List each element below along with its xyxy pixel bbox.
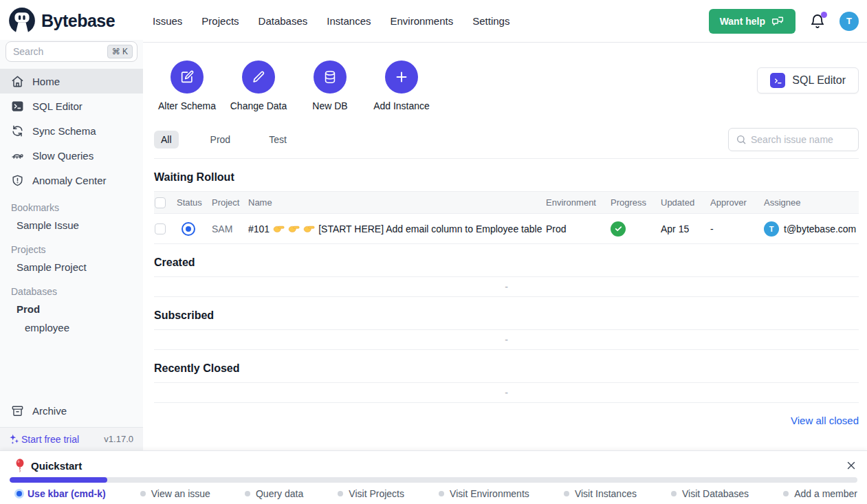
tab-prod[interactable]: Prod <box>204 131 238 149</box>
quickstart-bar: Quickstart Use kbar (cmd-k) View an issu… <box>0 450 867 504</box>
column-status: Status <box>177 197 212 208</box>
quickstart-step-use-kbar[interactable]: Use kbar (cmd-k) <box>17 488 106 499</box>
env-tabs: All Prod Test <box>154 131 294 149</box>
pointing-right-emoji <box>288 224 300 234</box>
pencil-icon <box>242 61 275 94</box>
quick-actions: Alter Schema Change Data New DB <box>154 61 435 111</box>
quickstart-step-visit-instances[interactable]: Visit Instances <box>564 488 637 499</box>
sidebar: Bytebase ⌘ K Home SQL Editor <box>0 0 143 450</box>
step-label: Visit Instances <box>575 488 637 499</box>
database-env-prod[interactable]: Prod <box>0 300 143 318</box>
database-employee[interactable]: employee <box>0 318 143 337</box>
step-dot <box>245 491 250 496</box>
sidebar-item-label: Slow Queries <box>32 150 94 162</box>
bookmarks-section-title: Bookmarks <box>0 193 143 216</box>
sidebar-item-sql-editor[interactable]: SQL Editor <box>0 94 143 118</box>
new-db-button[interactable]: New DB <box>297 61 363 111</box>
nav-instances[interactable]: Instances <box>327 15 371 27</box>
filter-row: All Prod Test <box>154 128 859 159</box>
step-dot <box>564 491 569 496</box>
sidebar-search[interactable]: ⌘ K <box>6 41 138 62</box>
nav-settings[interactable]: Settings <box>472 15 509 27</box>
nav-issues[interactable]: Issues <box>153 15 182 27</box>
issue-environment: Prod <box>546 223 611 234</box>
quickstart-step-visit-environments[interactable]: Visit Environments <box>439 488 529 499</box>
issue-row[interactable]: SAM #101 [START HERE] Add email column t… <box>154 214 859 244</box>
row-checkbox[interactable] <box>155 223 166 234</box>
step-label: Visit Environments <box>450 488 529 499</box>
quickstart-step-view-issue[interactable]: View an issue <box>140 488 210 499</box>
sidebar-item-home[interactable]: Home <box>0 69 143 94</box>
issue-assignee: T t@bytebase.com <box>764 221 859 237</box>
bookmark-sample-issue[interactable]: Sample Issue <box>0 216 143 234</box>
issue-search-input[interactable] <box>751 134 851 145</box>
sidebar-item-anomaly-center[interactable]: Anomaly Center <box>0 168 143 193</box>
want-help-label: Want help <box>720 16 765 27</box>
shield-alert-icon <box>11 174 24 187</box>
pointing-right-emoji <box>273 224 285 234</box>
nav-projects[interactable]: Projects <box>201 15 239 27</box>
turtle-icon <box>11 149 24 162</box>
select-all-checkbox[interactable] <box>155 197 166 208</box>
created-empty-row: - <box>154 276 859 297</box>
project-sample-project[interactable]: Sample Project <box>0 258 143 276</box>
search-shortcut-key: ⌘ K <box>107 45 133 58</box>
step-label: Visit Databases <box>682 488 749 499</box>
tab-all[interactable]: All <box>154 131 179 149</box>
tab-test[interactable]: Test <box>262 131 294 149</box>
assignee-avatar: T <box>764 221 779 237</box>
nav-environments[interactable]: Environments <box>390 15 453 27</box>
column-updated: Updated <box>661 197 710 208</box>
alter-schema-button[interactable]: Alter Schema <box>154 61 220 111</box>
sidebar-item-sync-schema[interactable]: Sync Schema <box>0 118 143 143</box>
sparkles-icon <box>8 433 20 445</box>
databases-section-title: Databases <box>0 276 143 300</box>
quickstart-step-visit-databases[interactable]: Visit Databases <box>671 488 749 499</box>
sidebar-item-archive[interactable]: Archive <box>0 398 143 423</box>
notification-dot <box>821 12 827 18</box>
brand-logo[interactable]: Bytebase <box>0 0 143 40</box>
step-dot <box>439 491 444 496</box>
step-dot <box>671 491 677 496</box>
quick-action-label: Alter Schema <box>158 100 216 111</box>
add-instance-button[interactable]: Add Instance <box>369 61 435 111</box>
issue-table-header: Status Project Name Environment Progress… <box>154 191 859 214</box>
sql-editor-button-label: SQL Editor <box>792 74 846 87</box>
user-avatar[interactable]: T <box>839 12 859 31</box>
quick-action-label: New DB <box>312 100 347 111</box>
view-all-closed-link[interactable]: View all closed <box>791 415 859 426</box>
sidebar-footer: Start free trial v1.17.0 <box>0 427 143 450</box>
want-help-button[interactable]: Want help <box>709 9 795 34</box>
quickstart-header: Quickstart <box>0 451 867 472</box>
balloon-icon <box>15 459 25 472</box>
step-dot <box>783 491 789 496</box>
issue-search-box[interactable] <box>728 128 859 151</box>
quickstart-step-query-data[interactable]: Query data <box>245 488 303 499</box>
step-label: Use kbar (cmd-k) <box>28 488 106 499</box>
close-icon[interactable] <box>845 459 857 472</box>
step-dot <box>338 491 343 496</box>
sql-editor-button[interactable]: SQL Editor <box>757 67 859 94</box>
quickstart-steps: Use kbar (cmd-k) View an issue Query dat… <box>0 483 867 504</box>
nav-databases[interactable]: Databases <box>259 15 308 27</box>
issue-open-status-icon <box>182 222 195 236</box>
sidebar-item-label: Home <box>32 76 60 87</box>
archive-icon <box>11 404 24 417</box>
column-environment: Environment <box>546 197 611 208</box>
sidebar-search-input[interactable] <box>13 46 107 57</box>
top-bar: Issues Projects Databases Instances Envi… <box>143 0 867 43</box>
change-data-button[interactable]: Change Data <box>226 61 292 111</box>
notification-bell-icon[interactable] <box>809 13 826 30</box>
bytebase-logo-icon <box>8 7 36 34</box>
issue-id: #101 <box>248 223 270 234</box>
quickstart-step-visit-projects[interactable]: Visit Projects <box>338 488 404 499</box>
issue-approver: - <box>710 223 764 234</box>
quickstart-step-add-member[interactable]: Add a member <box>783 488 857 499</box>
start-free-trial-link[interactable]: Start free trial <box>8 433 79 445</box>
pointing-right-emoji <box>303 224 315 234</box>
sidebar-item-slow-queries[interactable]: Slow Queries <box>0 143 143 168</box>
issue-name: #101 [START HERE] Add email column to Em… <box>248 223 546 234</box>
progress-done-icon <box>611 221 626 237</box>
sidebar-item-label: Sync Schema <box>32 125 96 137</box>
chat-bubbles-icon <box>771 14 784 28</box>
